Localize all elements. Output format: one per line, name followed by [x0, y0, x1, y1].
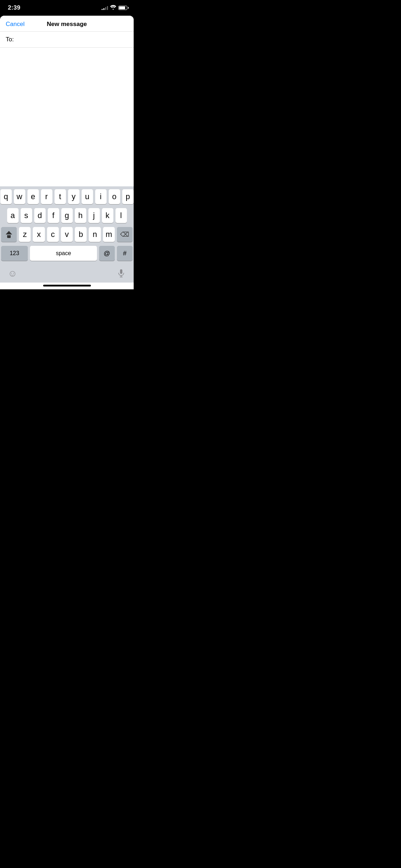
key-k[interactable]: k: [102, 208, 113, 223]
key-s[interactable]: s: [21, 208, 32, 223]
status-bar: 2:39: [0, 0, 134, 16]
to-field-container: To:: [0, 31, 134, 48]
numbers-key[interactable]: 123: [1, 246, 28, 261]
mic-button[interactable]: [114, 266, 128, 280]
home-indicator: [0, 283, 134, 289]
shift-key[interactable]: [1, 227, 17, 242]
svg-rect-1: [120, 269, 122, 274]
mic-icon: [118, 269, 125, 278]
key-b[interactable]: b: [75, 227, 87, 242]
status-time: 2:39: [8, 4, 20, 11]
key-i[interactable]: i: [95, 189, 107, 204]
key-v[interactable]: v: [61, 227, 73, 242]
keyboard-bottom-row: ☺: [1, 265, 133, 281]
key-t[interactable]: t: [55, 189, 66, 204]
hash-key[interactable]: #: [117, 246, 133, 261]
key-a[interactable]: a: [7, 208, 19, 223]
key-h[interactable]: h: [75, 208, 86, 223]
key-d[interactable]: d: [34, 208, 46, 223]
home-bar: [43, 285, 91, 286]
key-x[interactable]: x: [33, 227, 45, 242]
keyboard: q w e r t y u i o p a s d f g h j k l: [0, 186, 134, 283]
key-e[interactable]: e: [27, 189, 39, 204]
key-f[interactable]: f: [48, 208, 59, 223]
keyboard-row-3: z x c v b n m ⌫: [1, 227, 133, 242]
keyboard-row-2: a s d f g h j k l: [1, 208, 133, 223]
to-input[interactable]: [15, 36, 128, 43]
app-container: Cancel New message To: q w e r t y u i o…: [0, 16, 134, 289]
delete-key[interactable]: ⌫: [117, 227, 133, 242]
cancel-button[interactable]: Cancel: [6, 21, 25, 28]
key-r[interactable]: r: [41, 189, 52, 204]
key-c[interactable]: c: [47, 227, 59, 242]
key-w[interactable]: w: [14, 189, 25, 204]
emoji-icon: ☺: [8, 268, 17, 279]
key-j[interactable]: j: [88, 208, 100, 223]
battery-icon: [118, 6, 127, 10]
to-label: To:: [6, 36, 14, 43]
keyboard-row-4: 123 space @ #: [1, 246, 133, 261]
key-p[interactable]: p: [122, 189, 134, 204]
emoji-button[interactable]: ☺: [5, 266, 20, 280]
at-key[interactable]: @: [99, 246, 115, 261]
message-body[interactable]: [0, 48, 134, 186]
key-m[interactable]: m: [103, 227, 115, 242]
nav-bar: Cancel New message: [0, 16, 134, 31]
key-q[interactable]: q: [0, 189, 12, 204]
key-u[interactable]: u: [82, 189, 93, 204]
key-o[interactable]: o: [109, 189, 120, 204]
key-g[interactable]: g: [61, 208, 73, 223]
key-y[interactable]: y: [68, 189, 79, 204]
wifi-icon: [110, 5, 116, 11]
key-z[interactable]: z: [19, 227, 31, 242]
status-icons: [102, 5, 127, 11]
space-key[interactable]: space: [30, 246, 97, 261]
svg-point-0: [113, 9, 114, 10]
signal-icon: [102, 6, 108, 10]
page-title: New message: [47, 21, 87, 28]
key-l[interactable]: l: [115, 208, 127, 223]
key-n[interactable]: n: [89, 227, 101, 242]
keyboard-row-1: q w e r t y u i o p: [1, 189, 133, 204]
